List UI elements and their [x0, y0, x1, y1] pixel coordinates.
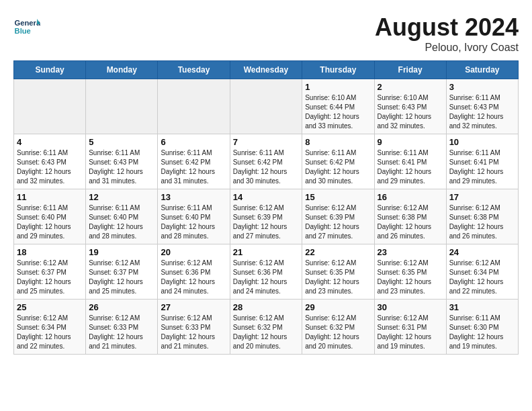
day-info: Sunrise: 6:12 AMSunset: 6:32 PMDaylight:… [233, 314, 300, 351]
week-row-3: 11Sunrise: 6:11 AMSunset: 6:40 PMDayligh… [14, 189, 519, 244]
day-cell: 4Sunrise: 6:11 AMSunset: 6:43 PMDaylight… [14, 134, 86, 189]
day-cell: 10Sunrise: 6:11 AMSunset: 6:41 PMDayligh… [446, 134, 518, 189]
day-cell: 6Sunrise: 6:11 AMSunset: 6:42 PMDaylight… [158, 134, 230, 189]
day-info: Sunrise: 6:11 AMSunset: 6:41 PMDaylight:… [449, 148, 515, 186]
day-cell [158, 79, 230, 134]
day-cell: 29Sunrise: 6:12 AMSunset: 6:32 PMDayligh… [302, 300, 374, 355]
logo: General Blue General Blue [13, 13, 40, 40]
day-info: Sunrise: 6:12 AMSunset: 6:39 PMDaylight:… [305, 203, 371, 241]
day-number: 30 [378, 302, 443, 312]
calendar-subtitle: Pelouo, Ivory Coast [375, 42, 519, 54]
day-info: Sunrise: 6:12 AMSunset: 6:34 PMDaylight:… [449, 259, 515, 296]
day-number: 19 [89, 247, 154, 257]
day-info: Sunrise: 6:12 AMSunset: 6:38 PMDaylight:… [449, 203, 515, 241]
day-cell: 5Sunrise: 6:11 AMSunset: 6:43 PMDaylight… [86, 134, 158, 189]
day-info: Sunrise: 6:11 AMSunset: 6:40 PMDaylight:… [161, 203, 226, 241]
day-number: 21 [233, 247, 300, 257]
day-info: Sunrise: 6:11 AMSunset: 6:30 PMDaylight:… [449, 314, 515, 351]
day-cell: 18Sunrise: 6:12 AMSunset: 6:37 PMDayligh… [14, 244, 86, 300]
day-number: 31 [449, 302, 515, 312]
week-row-1: 1Sunrise: 6:10 AMSunset: 6:44 PMDaylight… [14, 79, 519, 134]
day-info: Sunrise: 6:11 AMSunset: 6:43 PMDaylight:… [17, 148, 83, 186]
day-cell: 3Sunrise: 6:11 AMSunset: 6:43 PMDaylight… [446, 79, 518, 134]
day-info: Sunrise: 6:12 AMSunset: 6:35 PMDaylight:… [305, 259, 371, 296]
day-cell: 12Sunrise: 6:11 AMSunset: 6:40 PMDayligh… [86, 189, 158, 244]
day-info: Sunrise: 6:11 AMSunset: 6:42 PMDaylight:… [305, 148, 371, 186]
day-cell [230, 79, 302, 134]
day-info: Sunrise: 6:12 AMSunset: 6:36 PMDaylight:… [161, 259, 226, 296]
day-number: 7 [233, 137, 300, 147]
day-number: 12 [89, 192, 154, 202]
day-number: 3 [449, 82, 515, 92]
day-cell: 19Sunrise: 6:12 AMSunset: 6:37 PMDayligh… [86, 244, 158, 300]
day-info: Sunrise: 6:12 AMSunset: 6:38 PMDaylight:… [378, 203, 443, 241]
day-info: Sunrise: 6:12 AMSunset: 6:37 PMDaylight:… [89, 259, 154, 296]
day-number: 23 [378, 247, 443, 257]
day-number: 29 [305, 302, 371, 312]
day-cell: 14Sunrise: 6:12 AMSunset: 6:39 PMDayligh… [230, 189, 302, 244]
weekday-header-monday: Monday [86, 61, 158, 79]
header: General Blue General Blue August 2024 Pe… [13, 13, 519, 54]
day-number: 18 [17, 247, 83, 257]
day-info: Sunrise: 6:12 AMSunset: 6:39 PMDaylight:… [233, 203, 300, 241]
weekday-header-wednesday: Wednesday [230, 61, 302, 79]
day-info: Sunrise: 6:12 AMSunset: 6:33 PMDaylight:… [161, 314, 226, 351]
day-cell: 16Sunrise: 6:12 AMSunset: 6:38 PMDayligh… [374, 189, 446, 244]
weekday-header-friday: Friday [374, 61, 446, 79]
day-number: 10 [449, 137, 515, 147]
week-row-5: 25Sunrise: 6:12 AMSunset: 6:34 PMDayligh… [14, 300, 519, 355]
day-number: 25 [17, 302, 83, 312]
day-cell: 31Sunrise: 6:11 AMSunset: 6:30 PMDayligh… [446, 300, 518, 355]
day-info: Sunrise: 6:11 AMSunset: 6:42 PMDaylight:… [233, 148, 300, 186]
logo-icon: General Blue [13, 13, 40, 40]
weekday-header-thursday: Thursday [302, 61, 374, 79]
day-number: 26 [89, 302, 154, 312]
day-cell: 1Sunrise: 6:10 AMSunset: 6:44 PMDaylight… [302, 79, 374, 134]
day-number: 1 [305, 82, 371, 92]
day-cell: 8Sunrise: 6:11 AMSunset: 6:42 PMDaylight… [302, 134, 374, 189]
day-info: Sunrise: 6:12 AMSunset: 6:36 PMDaylight:… [233, 259, 300, 296]
weekday-header-row: SundayMondayTuesdayWednesdayThursdayFrid… [14, 61, 519, 79]
calendar-body: 1Sunrise: 6:10 AMSunset: 6:44 PMDaylight… [14, 79, 519, 355]
day-cell: 9Sunrise: 6:11 AMSunset: 6:41 PMDaylight… [374, 134, 446, 189]
day-info: Sunrise: 6:11 AMSunset: 6:40 PMDaylight:… [89, 203, 154, 241]
day-cell: 26Sunrise: 6:12 AMSunset: 6:33 PMDayligh… [86, 300, 158, 355]
day-number: 5 [89, 137, 154, 147]
calendar-title: August 2024 [375, 13, 519, 42]
day-cell: 20Sunrise: 6:12 AMSunset: 6:36 PMDayligh… [158, 244, 230, 300]
day-number: 24 [449, 247, 515, 257]
title-area: August 2024 Pelouo, Ivory Coast [375, 13, 519, 54]
day-info: Sunrise: 6:12 AMSunset: 6:33 PMDaylight:… [89, 314, 154, 351]
day-number: 16 [378, 192, 443, 202]
day-info: Sunrise: 6:11 AMSunset: 6:42 PMDaylight:… [161, 148, 226, 186]
day-cell: 17Sunrise: 6:12 AMSunset: 6:38 PMDayligh… [446, 189, 518, 244]
svg-text:General: General [15, 19, 40, 27]
day-info: Sunrise: 6:10 AMSunset: 6:43 PMDaylight:… [378, 93, 443, 131]
day-number: 28 [233, 302, 300, 312]
day-cell: 27Sunrise: 6:12 AMSunset: 6:33 PMDayligh… [158, 300, 230, 355]
day-cell: 23Sunrise: 6:12 AMSunset: 6:35 PMDayligh… [374, 244, 446, 300]
day-info: Sunrise: 6:11 AMSunset: 6:41 PMDaylight:… [378, 148, 443, 186]
day-cell: 2Sunrise: 6:10 AMSunset: 6:43 PMDaylight… [374, 79, 446, 134]
day-cell: 30Sunrise: 6:12 AMSunset: 6:31 PMDayligh… [374, 300, 446, 355]
day-cell: 7Sunrise: 6:11 AMSunset: 6:42 PMDaylight… [230, 134, 302, 189]
svg-text:Blue: Blue [15, 27, 31, 35]
day-info: Sunrise: 6:10 AMSunset: 6:44 PMDaylight:… [305, 93, 371, 131]
day-number: 17 [449, 192, 515, 202]
day-cell: 28Sunrise: 6:12 AMSunset: 6:32 PMDayligh… [230, 300, 302, 355]
day-cell: 25Sunrise: 6:12 AMSunset: 6:34 PMDayligh… [14, 300, 86, 355]
day-number: 27 [161, 302, 226, 312]
day-cell: 21Sunrise: 6:12 AMSunset: 6:36 PMDayligh… [230, 244, 302, 300]
weekday-header-tuesday: Tuesday [158, 61, 230, 79]
day-number: 22 [305, 247, 371, 257]
day-info: Sunrise: 6:12 AMSunset: 6:31 PMDaylight:… [378, 314, 443, 351]
day-cell: 24Sunrise: 6:12 AMSunset: 6:34 PMDayligh… [446, 244, 518, 300]
day-number: 15 [305, 192, 371, 202]
day-info: Sunrise: 6:12 AMSunset: 6:37 PMDaylight:… [17, 259, 83, 296]
day-cell: 22Sunrise: 6:12 AMSunset: 6:35 PMDayligh… [302, 244, 374, 300]
day-info: Sunrise: 6:12 AMSunset: 6:32 PMDaylight:… [305, 314, 371, 351]
day-number: 13 [161, 192, 226, 202]
day-number: 9 [378, 137, 443, 147]
day-info: Sunrise: 6:11 AMSunset: 6:40 PMDaylight:… [17, 203, 83, 241]
day-number: 11 [17, 192, 83, 202]
